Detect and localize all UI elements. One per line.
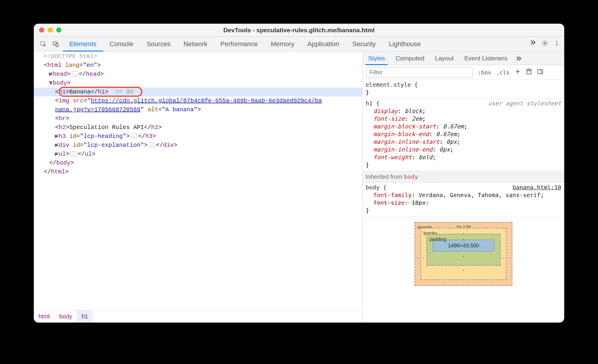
- ellipsis-icon[interactable]: …: [131, 133, 137, 139]
- svg-rect-7: [527, 69, 531, 74]
- styles-toolbar: :hov .cls: [363, 65, 564, 80]
- zoom-window-button[interactable]: [56, 28, 61, 33]
- dom-tree[interactable]: <!DOCTYPE html> <html lang="en"> ▶<head>…: [34, 51, 362, 310]
- main-tabs: Elements Console Sources Network Perform…: [63, 37, 427, 51]
- css-declaration[interactable]: margin-inline-end: 0px;: [373, 146, 561, 154]
- stab-styles[interactable]: Styles: [363, 51, 390, 65]
- source-link[interactable]: banana.html:10: [513, 184, 561, 191]
- rule-body[interactable]: banana.html:10 body { font-family: Verda…: [363, 183, 564, 217]
- svg-point-5: [556, 43, 557, 44]
- css-declaration[interactable]: margin-block-end: 0.67em;: [373, 131, 561, 138]
- device-toolbar-icon[interactable]: [52, 40, 60, 48]
- dom-node-h3[interactable]: ▶<h3 id="lcp-heading">…</h3>: [34, 132, 362, 141]
- dom-node-h1-selected[interactable]: ⋯ <h1>Banana</h1> == $0: [34, 88, 362, 96]
- breadcrumb-html[interactable]: html: [34, 310, 55, 323]
- tab-security[interactable]: Security: [346, 37, 382, 51]
- box-model-diagram[interactable]: margin 24.120 - - border - - - padding -: [363, 217, 564, 286]
- dom-node-head[interactable]: ▶<head>…</head>: [34, 70, 362, 79]
- css-declaration[interactable]: margin-inline-start: 0px;: [373, 138, 561, 146]
- close-window-button[interactable]: [39, 28, 44, 33]
- rule-element-style[interactable]: element.style { }: [363, 80, 564, 99]
- elements-panel: <!DOCTYPE html> <html lang="en"> ▶<head>…: [34, 51, 363, 323]
- minimize-window-button[interactable]: [48, 28, 53, 33]
- css-declaration[interactable]: display: block;: [373, 107, 561, 115]
- dom-node-img-cont[interactable]: nana.jpg?v=1705668720588" alt="A banana"…: [34, 105, 362, 114]
- css-declaration[interactable]: font-size: 2em;: [373, 115, 561, 123]
- hov-toggle[interactable]: :hov: [478, 69, 491, 76]
- stab-event-listeners[interactable]: Event Listeners: [459, 51, 513, 65]
- ua-stylesheet-note: user agent stylesheet: [488, 100, 561, 107]
- svg-rect-8: [538, 70, 543, 74]
- content-area: <!DOCTYPE html> <html lang="en"> ▶<head>…: [34, 51, 564, 323]
- styles-tab-bar: Styles Computed Layout Event Listeners: [363, 51, 564, 65]
- svg-point-6: [556, 45, 557, 46]
- dom-node-html-open[interactable]: <html lang="en">: [34, 61, 362, 70]
- toggle-render-pane-icon[interactable]: [537, 68, 543, 76]
- css-declaration[interactable]: font-family: Verdana, Geneva, Tahoma, sa…: [373, 191, 561, 199]
- css-declaration[interactable]: font-weight: bold;: [373, 154, 561, 161]
- computed-styles-sidebar-icon[interactable]: [526, 68, 532, 76]
- tab-console[interactable]: Console: [103, 37, 140, 51]
- devtools-window: DevTools - speculative-rules.glitch.me/b…: [34, 24, 564, 323]
- rule-h1-ua[interactable]: user agent stylesheet h1 { display: bloc…: [363, 99, 564, 171]
- inherited-from-bar: Inherited from body: [363, 171, 564, 183]
- dom-node-body-close[interactable]: </body>: [34, 159, 362, 167]
- tab-sources[interactable]: Sources: [140, 37, 177, 51]
- styles-filter-input[interactable]: [366, 67, 473, 78]
- styles-panel: Styles Computed Layout Event Listeners :…: [363, 51, 564, 323]
- ellipsis-icon[interactable]: …: [149, 142, 155, 148]
- stab-computed[interactable]: Computed: [390, 51, 430, 65]
- dom-node-img[interactable]: <img src="https://cdn.glitch.global/87b4…: [34, 96, 362, 105]
- dom-node-html-close[interactable]: </html>: [34, 167, 362, 176]
- ellipsis-icon[interactable]: …: [71, 151, 76, 157]
- dom-node-div[interactable]: ▶<div id="lcp-explanation">…</div>: [34, 141, 362, 150]
- tab-elements[interactable]: Elements: [63, 37, 103, 51]
- tab-network[interactable]: Network: [177, 37, 214, 51]
- more-stabs-icon[interactable]: [513, 51, 525, 65]
- svg-point-3: [544, 42, 546, 44]
- settings-icon[interactable]: [542, 40, 548, 48]
- tab-memory[interactable]: Memory: [264, 37, 301, 51]
- more-options-icon[interactable]: [554, 40, 560, 48]
- new-style-rule-icon[interactable]: [514, 68, 521, 76]
- dom-node-ul[interactable]: ▶<ul>…</ul>: [34, 150, 362, 159]
- breadcrumb-bar: html body h1: [34, 310, 362, 323]
- inspect-element-icon[interactable]: [39, 40, 47, 48]
- titlebar: DevTools - speculative-rules.glitch.me/b…: [34, 24, 564, 37]
- more-tabs-icon[interactable]: [530, 40, 536, 48]
- window-title: DevTools - speculative-rules.glitch.me/b…: [34, 27, 564, 34]
- tab-performance[interactable]: Performance: [214, 37, 264, 51]
- dom-node-doctype[interactable]: <!DOCTYPE html>: [34, 52, 362, 61]
- dom-node-h2[interactable]: <h2>Speculation Rules API</h2>: [34, 123, 362, 132]
- svg-point-4: [556, 41, 557, 42]
- main-tab-bar: Elements Console Sources Network Perform…: [34, 37, 564, 51]
- css-declaration[interactable]: font-size: 18px;: [373, 199, 561, 207]
- dom-node-hr[interactable]: <hr>: [34, 114, 362, 123]
- ellipsis-icon[interactable]: …: [72, 71, 78, 77]
- svg-rect-2: [56, 43, 58, 46]
- breadcrumb-body[interactable]: body: [55, 310, 77, 323]
- styles-body: element.style { } user agent stylesheet …: [363, 80, 564, 323]
- breadcrumb-h1[interactable]: h1: [77, 310, 93, 323]
- tab-application[interactable]: Application: [301, 37, 346, 51]
- dom-node-body-open[interactable]: ▼<body>: [34, 79, 362, 88]
- traffic-lights: [39, 28, 61, 33]
- tab-lighthouse[interactable]: Lighthouse: [382, 37, 427, 51]
- stab-layout[interactable]: Layout: [430, 51, 459, 65]
- css-declaration[interactable]: margin-block-start: 0.67em;: [373, 123, 561, 131]
- cls-toggle[interactable]: .cls: [496, 69, 510, 76]
